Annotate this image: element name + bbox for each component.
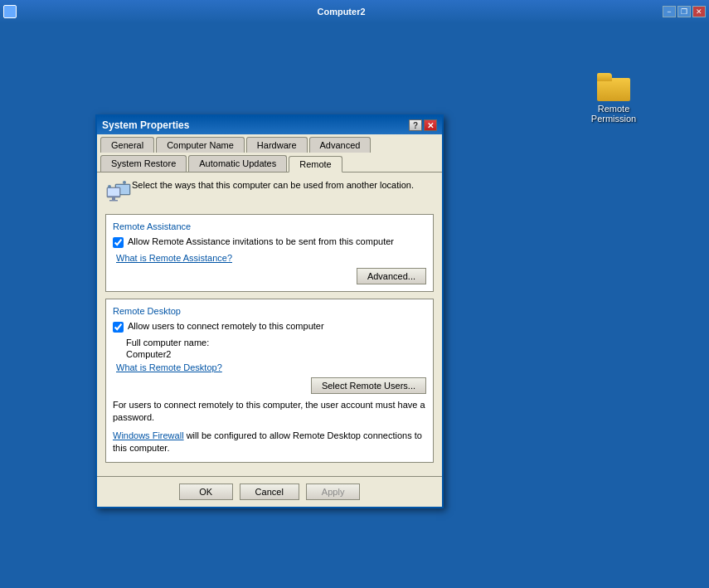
full-computer-name-label: Full computer name: — [126, 338, 426, 347]
remote-desktop-section: Remote Desktop Allow users to connect re… — [105, 299, 434, 463]
taskbar: Computer2 − ❐ ✕ — [0, 0, 709, 23]
cancel-button[interactable]: Cancel — [240, 484, 299, 500]
windows-firewall-link[interactable]: Windows Firewall — [113, 430, 184, 440]
system-properties-dialog: System Properties ? ✕ General Computer N… — [95, 114, 444, 508]
close-window-button[interactable]: ✕ — [692, 6, 706, 17]
remote-assistance-section: Remote Assistance Allow Remote Assistanc… — [105, 214, 434, 292]
tab-hardware[interactable]: Hardware — [246, 137, 308, 153]
allow-remote-assistance-checkbox[interactable] — [113, 237, 124, 248]
dialog-titlebar: System Properties ? ✕ — [97, 116, 442, 134]
network-computers-icon — [105, 179, 132, 206]
remote-assistance-label: Remote Assistance — [113, 221, 426, 231]
desktop-icon-remote-permission[interactable]: RemotePermission — [585, 73, 643, 124]
tab-advanced[interactable]: Advanced — [309, 137, 371, 153]
password-note: For users to connect remotely to this co… — [113, 399, 426, 425]
desktop-icon-label: RemotePermission — [591, 104, 636, 124]
tab-system-restore[interactable]: System Restore — [100, 155, 187, 172]
dialog-title: System Properties — [102, 119, 189, 131]
remote-desktop-label: Remote Desktop — [113, 306, 426, 316]
tabs-row1: General Computer Name Hardware Advanced — [97, 134, 442, 153]
window-icon — [3, 5, 17, 18]
tab-general[interactable]: General — [100, 137, 154, 153]
desktop: RemotePermission System Properties ? ✕ G… — [0, 23, 709, 588]
allow-remote-desktop-checkbox[interactable] — [113, 322, 124, 333]
what-is-remote-assistance-link[interactable]: What is Remote Assistance? — [116, 253, 232, 263]
dialog-body: Select the ways that this computer can b… — [97, 173, 442, 476]
window-controls: − ❐ ✕ — [663, 6, 706, 17]
svg-point-7 — [108, 185, 111, 188]
svg-rect-4 — [112, 197, 115, 200]
apply-button[interactable]: Apply — [306, 484, 361, 500]
allow-remote-assistance-row: Allow Remote Assistance invitations to b… — [113, 236, 426, 248]
select-remote-users-button[interactable]: Select Remote Users... — [311, 377, 426, 394]
allow-remote-assistance-text: Allow Remote Assistance invitations to b… — [128, 236, 426, 246]
tab-computer-name[interactable]: Computer Name — [156, 137, 245, 153]
folder-icon — [597, 73, 630, 101]
svg-rect-3 — [108, 188, 119, 196]
allow-remote-desktop-text: Allow users to connect remotely to this … — [128, 321, 426, 331]
dialog-title-buttons: ? ✕ — [409, 119, 437, 131]
ok-button[interactable]: OK — [179, 484, 233, 500]
restore-button[interactable]: ❐ — [677, 6, 691, 17]
select-remote-users-btn-row: Select Remote Users... — [113, 377, 426, 394]
window-title: Computer2 — [20, 7, 663, 17]
intro-text: Select the ways that this computer can b… — [132, 179, 414, 192]
tab-automatic-updates[interactable]: Automatic Updates — [188, 155, 287, 172]
minimize-button[interactable]: − — [663, 6, 676, 17]
dialog-close-button[interactable]: ✕ — [424, 119, 437, 131]
svg-point-6 — [123, 181, 126, 184]
intro-row: Select the ways that this computer can b… — [105, 179, 434, 206]
firewall-note: Windows Firewall will be configured to a… — [113, 430, 426, 455]
remote-assistance-advanced-button[interactable]: Advanced... — [357, 268, 426, 284]
what-is-remote-desktop-link[interactable]: What is Remote Desktop? — [116, 362, 222, 372]
svg-rect-5 — [109, 200, 118, 202]
advanced-btn-row: Advanced... — [113, 268, 426, 284]
dialog-footer: OK Cancel Apply — [97, 476, 442, 507]
dialog-help-button[interactable]: ? — [409, 119, 422, 131]
tabs-row2: System Restore Automatic Updates Remote — [97, 153, 442, 172]
tab-remote[interactable]: Remote — [289, 156, 342, 173]
tabs-container: General Computer Name Hardware Advanced … — [97, 134, 442, 173]
allow-remote-desktop-row: Allow users to connect remotely to this … — [113, 321, 426, 333]
computer-name-value: Computer2 — [126, 349, 426, 359]
